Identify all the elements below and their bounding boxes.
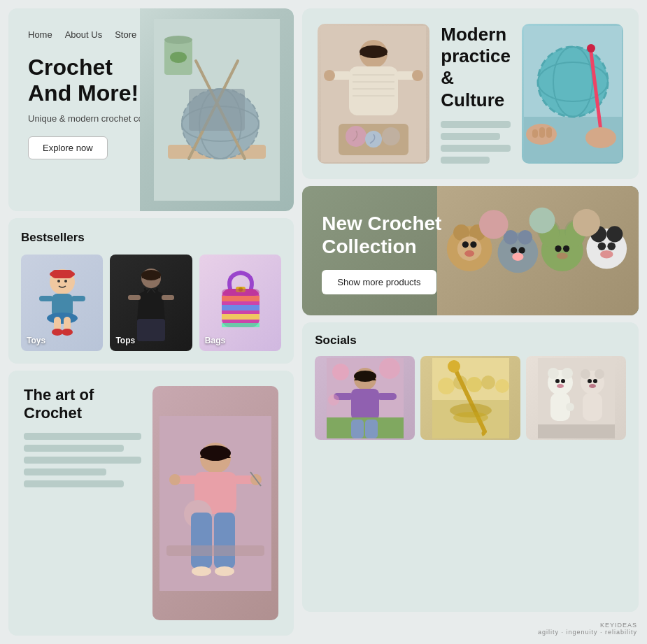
modern-line-2 [441, 133, 500, 140]
text-line-5 [24, 480, 124, 487]
nav-home[interactable]: Home [28, 29, 52, 40]
svg-rect-50 [191, 513, 212, 568]
svg-point-136 [453, 412, 488, 423]
art-image [152, 386, 278, 620]
hero-image [140, 8, 294, 211]
left-panel: Home About Us Store Contact 🔍 🛒 🤍 👤 Croc… [8, 8, 294, 636]
modern-image [318, 24, 429, 164]
show-more-products-button[interactable]: Show more products [322, 270, 436, 294]
svg-rect-34 [222, 305, 259, 310]
svg-rect-14 [52, 270, 73, 278]
svg-point-128 [438, 378, 455, 394]
svg-point-141 [555, 379, 560, 383]
socials-section: Socials [302, 322, 639, 612]
svg-point-121 [379, 358, 400, 379]
svg-point-140 [562, 368, 573, 379]
svg-point-130 [467, 377, 482, 392]
socials-grid [315, 356, 626, 440]
collection-title: New Crochet Collection [322, 212, 619, 259]
svg-point-148 [595, 369, 604, 379]
modern-content: Modern practice & Culture [441, 24, 511, 164]
svg-rect-35 [222, 314, 259, 320]
bags-label: Bags [205, 336, 225, 345]
collection-text: New Crochet Collection Show more product… [322, 212, 619, 294]
modern-line-4 [441, 157, 490, 164]
svg-point-68 [346, 126, 367, 147]
svg-point-24 [64, 280, 67, 282]
svg-point-149 [588, 379, 592, 383]
svg-point-52 [192, 566, 211, 576]
art-text: The art of Crochet [24, 386, 141, 620]
art-section: The art of Crochet [8, 371, 294, 636]
svg-rect-125 [365, 420, 378, 438]
social-image-3[interactable] [526, 356, 626, 440]
svg-rect-58 [349, 66, 398, 115]
svg-rect-8 [189, 89, 245, 131]
text-line-1 [24, 433, 141, 440]
svg-rect-26 [141, 270, 161, 280]
modern-title: Modern practice & Culture [441, 24, 511, 111]
svg-point-21 [52, 329, 63, 336]
svg-point-78 [587, 44, 595, 52]
svg-point-151 [589, 384, 596, 388]
svg-rect-29 [128, 295, 141, 300]
svg-point-139 [548, 368, 559, 379]
svg-line-28 [156, 288, 157, 294]
nav-store[interactable]: Store [115, 29, 136, 40]
text-line-2 [24, 445, 124, 452]
svg-rect-18 [71, 296, 85, 301]
social-image-1[interactable] [315, 356, 415, 440]
social-image-2[interactable] [420, 356, 520, 440]
svg-point-11 [170, 52, 187, 63]
svg-rect-57 [360, 45, 388, 58]
nav-about[interactable]: About Us [65, 29, 102, 40]
svg-point-23 [57, 280, 60, 282]
socials-title: Socials [315, 334, 626, 348]
svg-line-27 [145, 288, 146, 294]
svg-rect-30 [162, 295, 174, 300]
svg-rect-117 [351, 389, 379, 420]
text-line-4 [24, 468, 106, 475]
art-title: The art of Crochet [24, 386, 141, 423]
svg-point-142 [561, 379, 565, 383]
svg-point-80 [585, 127, 616, 148]
footer-brand: KEYIDEAS agility · ingenuity · reliabili… [302, 619, 639, 636]
svg-point-70 [382, 127, 400, 145]
svg-point-122 [328, 394, 339, 406]
product-card-toys[interactable]: Toys [21, 255, 103, 351]
toys-label: Toys [27, 336, 45, 345]
svg-point-65 [324, 70, 335, 81]
modern-section: Modern practice & Culture [302, 8, 639, 179]
svg-rect-33 [222, 296, 259, 301]
svg-point-53 [215, 566, 234, 576]
svg-point-120 [332, 364, 349, 380]
product-grid: Toys [21, 255, 281, 351]
svg-rect-124 [351, 420, 364, 438]
svg-point-147 [581, 369, 590, 379]
modern-description [441, 121, 511, 164]
svg-rect-36 [222, 323, 259, 327]
svg-point-134 [448, 360, 460, 373]
svg-rect-116 [354, 371, 376, 382]
svg-rect-39 [222, 289, 259, 296]
svg-point-66 [412, 70, 423, 81]
svg-rect-42 [200, 445, 231, 461]
modern-line-3 [441, 145, 511, 152]
svg-rect-153 [538, 424, 615, 438]
explore-now-button[interactable]: Explore now [28, 136, 108, 159]
right-panel: Modern practice & Culture [302, 8, 639, 636]
product-card-bags[interactable]: Bags [199, 255, 281, 351]
tops-label: Tops [115, 336, 135, 345]
svg-point-69 [365, 131, 382, 148]
svg-rect-152 [583, 393, 602, 421]
modern-side-image [522, 24, 623, 164]
svg-point-132 [495, 379, 509, 393]
product-card-tops[interactable]: Tops [110, 255, 192, 351]
svg-point-145 [566, 403, 574, 411]
svg-rect-81 [532, 129, 538, 138]
svg-point-143 [557, 384, 564, 388]
svg-rect-82 [539, 127, 545, 138]
svg-rect-54 [166, 545, 264, 556]
svg-rect-119 [377, 393, 397, 400]
svg-point-46 [169, 474, 180, 485]
